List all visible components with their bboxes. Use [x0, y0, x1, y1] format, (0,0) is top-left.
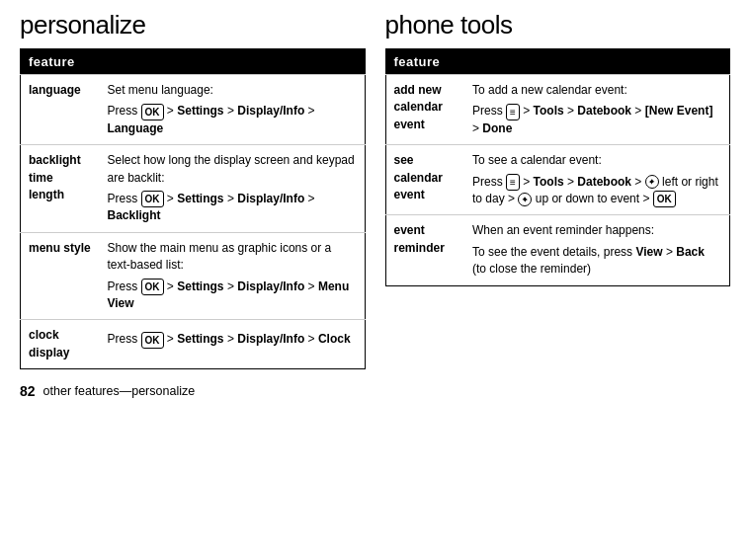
phone-tools-table-header: feature	[385, 49, 730, 75]
table-row: add new calendar eventTo add a new calen…	[385, 75, 730, 145]
phone-tools-table: feature add new calendar eventTo add a n…	[385, 48, 731, 286]
press-label: Press	[472, 175, 506, 189]
description-text: To see a calendar event:	[472, 153, 602, 167]
menu-button-icon: ≡	[506, 174, 520, 191]
left-column: personalize feature languageSet menu lan…	[20, 10, 366, 369]
page-number: 82	[20, 383, 36, 399]
feature-label: event reminder	[385, 215, 464, 285]
feature-label: add new calendar event	[385, 75, 464, 145]
personalize-table: feature languageSet menu language:Press …	[20, 48, 366, 369]
ok-button-icon: OK	[141, 332, 164, 349]
personalize-table-header: feature	[21, 49, 366, 75]
feature-description: To see a calendar event:Press ≡ > Tools …	[464, 145, 730, 215]
menu-button-icon: ≡	[506, 104, 520, 120]
feature-label: menu style	[21, 232, 100, 320]
ok-button-icon: OK	[141, 279, 164, 295]
footer: 82 other features—personalize	[20, 383, 730, 399]
table-row: event reminderWhen an event reminder hap…	[385, 215, 730, 285]
ok-button-icon: OK	[141, 191, 164, 207]
instruction-line: Press OK > Settings > Display/Info > Clo…	[108, 331, 357, 348]
description-text: Set menu language:	[108, 83, 213, 97]
feature-description: When an event reminder happens:To see th…	[464, 215, 730, 285]
feature-label: clock display	[21, 320, 100, 369]
instruction-text: > Settings > Display/Info > Clock	[164, 332, 351, 346]
description-text: Select how long the display screen and k…	[108, 153, 355, 184]
nav-circle-icon: ✦	[645, 175, 659, 189]
instruction-rich: Press ≡ > Tools > Datebook > [New Event]…	[472, 103, 721, 137]
feature-description: Set menu language:Press OK > Settings > …	[100, 75, 366, 145]
feature-label: language	[21, 75, 100, 145]
feature-description: Select how long the display screen and k…	[100, 145, 366, 233]
nav-circle-icon: ✦	[518, 193, 532, 206]
description-text2: To see the event details, press View > B…	[472, 244, 721, 279]
instruction-rich: Press ≡ > Tools > Datebook > ✦ left or r…	[472, 174, 721, 208]
description-text: To add a new calendar event:	[472, 83, 627, 97]
feature-description: To add a new calendar event:Press ≡ > To…	[464, 75, 730, 145]
instruction-line: Press OK > Settings > Display/Info > Bac…	[108, 191, 357, 225]
footer-text: other features—personalize	[43, 384, 196, 398]
press-label: Press	[108, 332, 141, 346]
instruction-text: > Tools > Datebook >	[520, 175, 645, 189]
press-label: Press	[108, 280, 141, 293]
table-row: backlight time lengthSelect how long the…	[21, 145, 366, 233]
table-row: languageSet menu language:Press OK > Set…	[21, 75, 366, 145]
feature-label: backlight time length	[21, 145, 100, 233]
feature-label: see calendar event	[385, 145, 464, 215]
feature-description: Show the main menu as graphic icons or a…	[100, 232, 366, 320]
press-label: Press	[108, 104, 141, 118]
left-title: personalize	[20, 10, 366, 40]
press-label: Press	[472, 104, 506, 118]
ok-button-icon: OK	[141, 104, 164, 120]
instruction-text-3: up or down to event >	[532, 192, 652, 205]
description-text: Show the main menu as graphic icons or a…	[108, 241, 332, 272]
right-column: phone tools feature add new calendar eve…	[385, 10, 731, 286]
instruction-line: Press OK > Settings > Display/Info > Men…	[108, 279, 357, 313]
instruction-line: Press OK > Settings > Display/Info > Lan…	[108, 103, 357, 137]
description-text: When an event reminder happens:	[472, 223, 654, 237]
right-title: phone tools	[385, 10, 731, 40]
press-label: Press	[108, 192, 141, 205]
feature-description: Press OK > Settings > Display/Info > Clo…	[100, 320, 366, 369]
table-row: clock displayPress OK > Settings > Displ…	[21, 320, 366, 369]
table-row: menu styleShow the main menu as graphic …	[21, 232, 366, 320]
ok-button-icon: OK	[653, 191, 676, 207]
table-row: see calendar eventTo see a calendar even…	[385, 145, 730, 215]
